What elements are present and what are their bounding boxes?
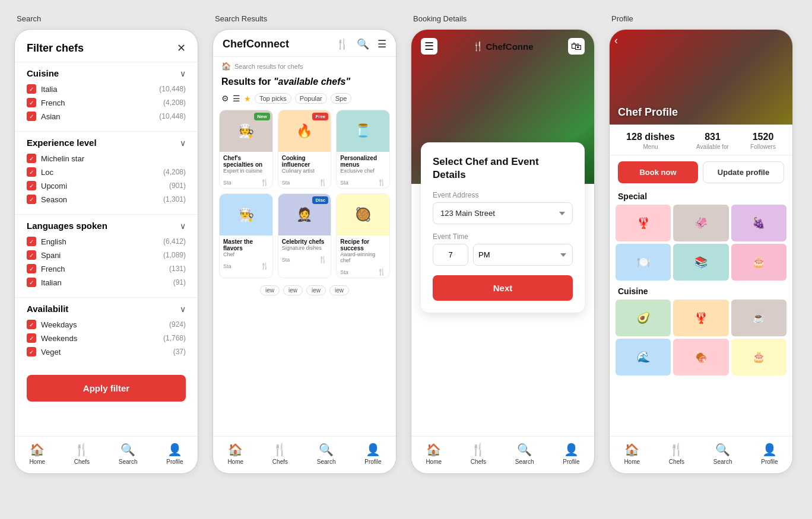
chef-card[interactable]: 🫙 Personalized menus Exclusive chef Sta …: [336, 110, 390, 189]
lang-french-checkbox[interactable]: [27, 264, 36, 273]
address-select[interactable]: 123 Main Street: [433, 202, 573, 224]
nav-chefs[interactable]: 🍴 Chefs: [74, 442, 90, 465]
special-section-title: Special: [610, 189, 792, 205]
close-icon[interactable]: ✕: [177, 42, 186, 55]
photo-item[interactable]: 🎂: [731, 244, 786, 281]
exp-season-checkbox[interactable]: [27, 195, 36, 204]
cuisine-italia-checkbox[interactable]: [27, 84, 36, 94]
photo-item[interactable]: 📚: [673, 244, 728, 281]
search-icon: 🔍: [120, 442, 135, 457]
nav-home[interactable]: 🏠 Home: [426, 442, 442, 465]
screen1-label: Search: [17, 14, 41, 23]
booking-app-logo: 🍴 ChefConne: [472, 41, 534, 52]
chef-card[interactable]: 🤵 Disc Celebrity chefs Signature dishes …: [278, 193, 332, 278]
availability-section: Availabilit ∨ Weekdays (924) Weekends (1…: [15, 297, 198, 367]
screen4-phone: Chef Profile ‹ 128 dishes Menu 831 Avail…: [609, 29, 793, 474]
nav-home[interactable]: 🏠 Home: [227, 442, 243, 465]
chefs-icon: 🍴: [669, 442, 684, 457]
avail-weekdays-checkbox[interactable]: [27, 320, 36, 329]
popular-tab[interactable]: Popular: [295, 93, 327, 104]
chef-card[interactable]: 👨‍🍳 Master the flavors Chef Sta 🍴: [219, 193, 273, 278]
card-image: 🫙: [337, 110, 389, 152]
list-icon[interactable]: ☰: [233, 94, 240, 103]
cuisine-french-checkbox[interactable]: [27, 98, 36, 107]
update-profile-button[interactable]: Update profile: [703, 161, 784, 183]
toppicks-tab[interactable]: Top picks: [255, 93, 291, 104]
chefs-icon: 🍴: [471, 442, 486, 457]
nav-home[interactable]: 🏠 Home: [624, 442, 640, 465]
nav-home[interactable]: 🏠 Home: [29, 442, 45, 465]
chef-card[interactable]: 🥘 Recipe for success Award-winning chef …: [336, 193, 390, 278]
photo-item[interactable]: 🍖: [673, 339, 728, 375]
profile-icon: 👤: [762, 442, 777, 457]
time-hour-input[interactable]: [433, 244, 468, 266]
free-badge: Free: [312, 113, 328, 120]
nav-profile[interactable]: 👤 Profile: [761, 442, 778, 465]
back-chevron-icon[interactable]: ‹: [614, 34, 618, 47]
exp-upcomi-checkbox[interactable]: [27, 181, 36, 190]
search-icon[interactable]: 🔍: [357, 38, 369, 50]
exp-loc-checkbox[interactable]: [27, 167, 36, 177]
languages-chevron-icon[interactable]: ∨: [180, 221, 186, 231]
nav-search[interactable]: 🔍 Search: [317, 442, 336, 465]
view-more-btn[interactable]: iew: [283, 285, 303, 295]
time-period-select[interactable]: PM AM: [473, 244, 573, 266]
exp-michelin-checkbox[interactable]: [27, 154, 36, 163]
nav-profile[interactable]: 👤 Profile: [563, 442, 579, 465]
next-button[interactable]: Next: [433, 275, 573, 301]
nav-profile[interactable]: 👤 Profile: [364, 442, 381, 465]
photo-item[interactable]: 🥑: [616, 300, 671, 336]
view-more-btn[interactable]: iew: [306, 285, 326, 295]
avail-veget-checkbox[interactable]: [27, 347, 36, 356]
filter-icon[interactable]: ⚙: [221, 94, 229, 103]
chef-card[interactable]: 🔥 Free Cooking influencer Culinary artis…: [278, 110, 332, 189]
chef-card[interactable]: 🧑‍🍳 New Chef's specialties on Expert in …: [219, 110, 273, 189]
spe-tab[interactable]: Spe: [331, 93, 352, 104]
avail-weekends-checkbox[interactable]: [27, 333, 36, 343]
cuisine-photo-grid: 🥑 🦞 ☕ 🌊 🍖 🎂: [610, 300, 792, 379]
photo-item[interactable]: 🌊: [616, 339, 671, 375]
utensils-icon[interactable]: 🍴: [336, 38, 348, 50]
photo-item[interactable]: ☕: [731, 300, 786, 336]
cuisine-asian-checkbox[interactable]: [27, 112, 36, 121]
photo-item[interactable]: 🦑: [673, 205, 728, 241]
nav-chefs[interactable]: 🍴 Chefs: [471, 442, 486, 465]
cuisine-section: Cuisine ∨ Italia (10,448) French (4,208)…: [15, 62, 198, 131]
nav-search[interactable]: 🔍 Search: [515, 442, 534, 465]
booking-modal: Select Chef and Event Details Event Addr…: [421, 142, 585, 313]
lang-italian-checkbox[interactable]: [27, 278, 36, 287]
hamburger-icon[interactable]: ☰: [421, 38, 437, 55]
availability-chevron-icon[interactable]: ∨: [180, 304, 186, 314]
experience-section: Experience level ∨ Michelin star Loc (4,…: [15, 131, 198, 214]
nav-profile[interactable]: 👤 Profile: [166, 442, 183, 465]
availability-section-title: Availabilit: [27, 304, 68, 314]
bag-icon[interactable]: 🛍: [568, 38, 585, 55]
book-now-button[interactable]: Book now: [618, 161, 698, 183]
photo-item[interactable]: 🍇: [731, 205, 786, 241]
view-more-btn[interactable]: iew: [329, 285, 349, 295]
utensils-icon: 🍴: [261, 179, 269, 186]
photo-item[interactable]: 🦞: [673, 300, 728, 336]
lang-spani-checkbox[interactable]: [27, 250, 36, 260]
bottom-nav: 🏠 Home 🍴 Chefs 🔍 Search 👤 Profile: [15, 436, 198, 473]
lang-english-checkbox[interactable]: [27, 237, 36, 246]
photo-item[interactable]: 🍽️: [616, 244, 671, 281]
view-more-row: iew iew iew iew: [213, 283, 396, 300]
menu-icon[interactable]: ☰: [378, 38, 386, 50]
stat-followers: 1520 Followers: [750, 132, 776, 150]
nav-chefs[interactable]: 🍴 Chefs: [272, 442, 288, 465]
photo-item[interactable]: 🦞: [616, 205, 671, 241]
experience-chevron-icon[interactable]: ∨: [180, 138, 186, 148]
filter-bar: ⚙ ☰ ★ Top picks Popular Spe: [213, 93, 396, 110]
view-more-btn[interactable]: iew: [260, 285, 280, 295]
nav-search[interactable]: 🔍 Search: [713, 442, 732, 465]
photo-item[interactable]: 🎂: [731, 339, 786, 375]
list-item: Veget (37): [27, 347, 186, 356]
list-item: Loc (4,208): [27, 167, 186, 177]
nav-search[interactable]: 🔍 Search: [119, 442, 138, 465]
cuisine-chevron-icon[interactable]: ∨: [180, 69, 186, 78]
stat-dishes: 128 dishes Menu: [626, 132, 675, 150]
nav-chefs[interactable]: 🍴 Chefs: [669, 442, 684, 465]
apply-filter-button[interactable]: Apply filter: [27, 375, 186, 402]
utensils-icon: 🍴: [378, 179, 386, 186]
